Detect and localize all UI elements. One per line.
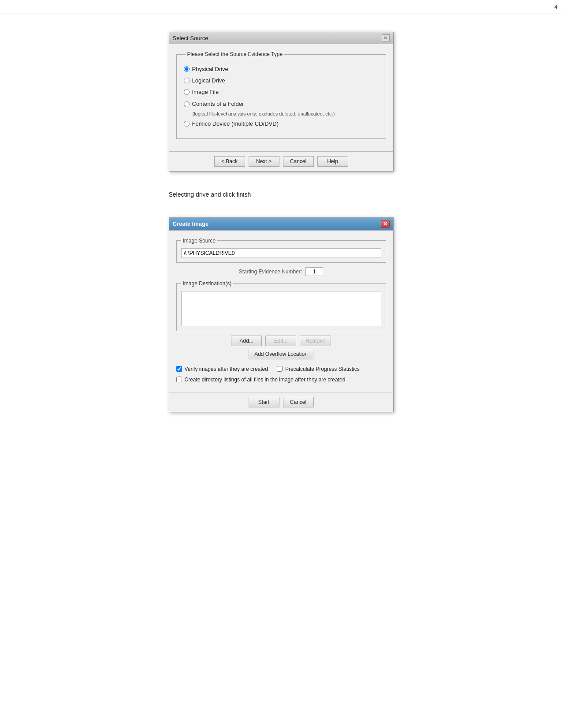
dialog2-footer: Start Cancel	[169, 392, 393, 412]
dest-listbox	[181, 291, 381, 326]
drive-path-input[interactable]	[181, 248, 381, 258]
overflow-button[interactable]: Add Overflow Location	[249, 349, 313, 359]
dialog1-footer: < Back Next > Cancel Help	[169, 151, 393, 171]
radio-logical-drive-label[interactable]: Logical Drive	[192, 77, 225, 85]
page-number: 4	[555, 4, 558, 10]
directory-checkbox[interactable]	[176, 377, 182, 382]
evidence-number-row: Starting Evidence Number:	[176, 267, 386, 276]
between-text: Selecting drive and click finish	[169, 191, 394, 198]
radio-physical-drive-option: Physical Drive	[184, 65, 379, 73]
image-dest-legend: Image Destination(s)	[181, 280, 234, 287]
dialog1-body: Please Select the Source Evidence Type P…	[169, 44, 393, 151]
back-button[interactable]: < Back	[214, 156, 245, 167]
dialog2-body: Image Source Starting Evidence Number: I…	[169, 231, 393, 392]
radio-logical-drive[interactable]	[184, 78, 190, 83]
radio-physical-drive[interactable]	[184, 66, 190, 72]
image-source-legend: Image Source	[181, 238, 218, 244]
source-type-fieldgroup: Please Select the Source Evidence Type P…	[176, 51, 386, 139]
cancel-button-2[interactable]: Cancel	[283, 397, 314, 407]
page-content: Select Source ✕ Please Select the Source…	[0, 14, 562, 430]
radio-folder-sublabel: (logical file-level analysis only; exclu…	[193, 111, 335, 116]
dest-buttons-row: Add... Edit... Remove	[176, 336, 386, 346]
verify-checkbox-row: Verify images after they are created	[176, 366, 268, 372]
image-source-fieldgroup: Image Source	[176, 238, 386, 263]
help-button[interactable]: Help	[317, 156, 348, 167]
verify-label[interactable]: Verify images after they are created	[185, 366, 268, 372]
directory-checkbox-row: Create directory listings of all files i…	[176, 377, 386, 383]
select-source-dialog: Select Source ✕ Please Select the Source…	[169, 32, 394, 172]
radio-physical-drive-label[interactable]: Physical Drive	[192, 65, 228, 73]
dialog2-close-button[interactable]: ✕	[381, 220, 390, 228]
image-dest-fieldgroup: Image Destination(s)	[176, 280, 386, 331]
dialog1-title: Select Source	[173, 35, 208, 41]
radio-folder-option: Contents of a Folder (logical file-level…	[184, 100, 379, 116]
evidence-number-label: Starting Evidence Number:	[239, 269, 302, 275]
verify-checkbox[interactable]	[176, 366, 182, 372]
radio-image-file[interactable]	[184, 89, 190, 95]
start-button[interactable]: Start	[249, 397, 279, 407]
radio-femico-option: Femico Device (multiple CD/DVD)	[184, 120, 379, 128]
radio-logical-drive-option: Logical Drive	[184, 77, 379, 85]
radio-folder-label[interactable]: Contents of a Folder	[192, 100, 244, 108]
precalculate-checkbox[interactable]	[277, 366, 283, 372]
checkboxes-row1: Verify images after they are created Pre…	[176, 364, 386, 374]
remove-button[interactable]: Remove	[300, 336, 331, 346]
dialog2-title: Create Image	[173, 220, 209, 227]
page-header: 4	[0, 0, 562, 14]
radio-femico-device[interactable]	[184, 121, 190, 127]
overflow-button-row: Add Overflow Location	[176, 349, 386, 359]
edit-button[interactable]: Edit...	[265, 336, 296, 346]
dialog2-titlebar: Create Image ✕	[169, 218, 393, 231]
radio-femico-label[interactable]: Femico Device (multiple CD/DVD)	[192, 120, 279, 128]
create-image-dialog: Create Image ✕ Image Source Starting Evi…	[169, 217, 394, 412]
dialog1-titlebar: Select Source ✕	[169, 32, 393, 44]
radio-image-file-option: Image File	[184, 88, 379, 96]
precalculate-label[interactable]: Precalculate Progress Statistics	[285, 366, 360, 372]
cancel-button[interactable]: Cancel	[283, 156, 314, 167]
add-button[interactable]: Add...	[231, 336, 262, 346]
radio-image-file-label[interactable]: Image File	[192, 88, 219, 96]
directory-label[interactable]: Create directory listings of all files i…	[185, 377, 346, 383]
precalculate-checkbox-row: Precalculate Progress Statistics	[277, 366, 360, 372]
radio-folder[interactable]	[184, 101, 190, 107]
next-button[interactable]: Next >	[249, 156, 279, 167]
dialog1-close-button[interactable]: ✕	[382, 34, 390, 41]
evidence-number-input[interactable]	[305, 267, 323, 276]
fieldgroup-legend: Please Select the Source Evidence Type	[186, 51, 285, 57]
